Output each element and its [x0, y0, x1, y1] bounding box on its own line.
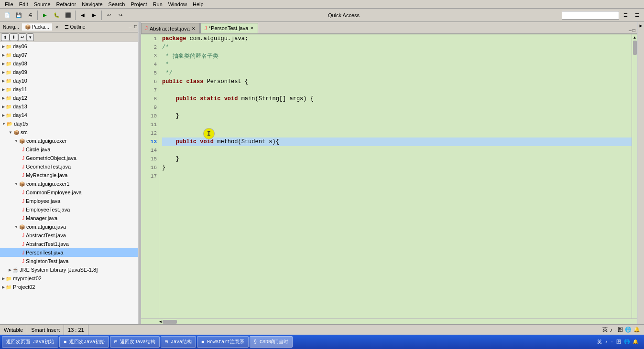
toolbar-back[interactable]: ◀: [77, 10, 88, 21]
scrollbar-up[interactable]: ▲: [633, 35, 636, 40]
toolbar-perspectives2[interactable]: ☰: [632, 10, 642, 21]
tree-item-persontest[interactable]: J PersonTest.java: [0, 248, 138, 257]
quick-access-input[interactable]: [562, 11, 619, 20]
toolbar-debug[interactable]: 🐛: [51, 10, 62, 21]
tree-item-day13[interactable]: ▶ 📁 day13: [0, 102, 138, 111]
toolbar-redo[interactable]: ↪: [115, 10, 126, 21]
tree-item-day06[interactable]: ▶ 📁 day06: [0, 42, 138, 51]
panel-tab-package[interactable]: 📦 Packa...: [22, 23, 52, 31]
scrollbar-thumb-v[interactable]: [633, 41, 637, 55]
tree-arrow-day13[interactable]: ▶: [2, 105, 5, 109]
tree-item-pkg-exer[interactable]: ▼ 📦 com.atguigu.exer: [0, 137, 138, 145]
tree-item-day15[interactable]: ▼ 📂 day15: [0, 119, 138, 128]
tree-arrow-pkg-exer1[interactable]: ▼: [14, 182, 18, 186]
tree-item-geomtest[interactable]: J GeometricTest.java: [0, 162, 138, 171]
tree-arrow-day10[interactable]: ▶: [2, 79, 5, 83]
tree-item-geomobj[interactable]: J GeometricObject.java: [0, 154, 138, 162]
tree-arrow-day15[interactable]: ▼: [2, 122, 6, 126]
tree-arrow-day08[interactable]: ▶: [2, 62, 5, 66]
toolbar-perspectives[interactable]: ☰: [620, 10, 631, 21]
menu-run[interactable]: Run: [150, 0, 165, 8]
tab-close-abstracttest[interactable]: ✕: [192, 26, 196, 31]
panel-tab-navigator[interactable]: Navig...: [0, 23, 22, 31]
tree-item-myrect[interactable]: J MyRectangle.java: [0, 171, 138, 180]
tree-arrow-day06[interactable]: ▶: [2, 44, 5, 49]
taskbar-btn-3[interactable]: ⊟ 返回次Java结构: [110, 336, 160, 348]
tree-item-day14[interactable]: ▶ 📁 day14: [0, 111, 138, 119]
taskbar-btn-5[interactable]: ■ HowStart注意系: [197, 336, 249, 348]
toolbar-stop[interactable]: ⬛: [63, 10, 73, 21]
taskbar-btn-4[interactable]: ⊞ Java结构: [161, 336, 196, 348]
tree-item-project02[interactable]: ▶ 📁 Project02: [0, 283, 138, 291]
tree-arrow-jre[interactable]: ▶: [9, 268, 11, 272]
menu-edit[interactable]: Edit: [16, 0, 31, 8]
taskbar-btn-1[interactable]: 返回次页面 Java初始: [2, 336, 58, 348]
panel-minimize[interactable]: —: [128, 24, 132, 30]
tree-arrow-project02[interactable]: ▶: [2, 285, 5, 289]
editor-tab-abstracttest[interactable]: J AbstractTest.java ✕: [141, 23, 200, 33]
tab-close-persontest[interactable]: ✕: [250, 26, 254, 31]
tree-link[interactable]: ↩: [18, 33, 27, 41]
menu-help[interactable]: Help: [190, 0, 207, 8]
tree-item-day07[interactable]: ▶ 📁 day07: [0, 51, 138, 59]
tree-item-day10[interactable]: ▶ 📁 day10: [0, 76, 138, 85]
tree-item-abstracttest1[interactable]: J AbstractTest1.java: [0, 240, 138, 248]
tree-item-day09[interactable]: ▶ 📁 day09: [0, 68, 138, 76]
editor-minimize[interactable]: —: [629, 28, 632, 33]
toolbar-fwd[interactable]: ▶: [89, 10, 99, 21]
tree-item-day12[interactable]: ▶ 📁 day12: [0, 94, 138, 102]
menu-search[interactable]: Search: [106, 0, 128, 8]
tree-arrow-day14[interactable]: ▶: [2, 113, 5, 117]
tree-item-employeetest[interactable]: J EmployeeTest.java: [0, 205, 138, 214]
tree-arrow-day11[interactable]: ▶: [2, 87, 5, 92]
tree-arrow-day07[interactable]: ▶: [2, 53, 5, 57]
menu-refactor[interactable]: Refactor: [54, 0, 79, 8]
tree-item-manager[interactable]: J Manager.java: [0, 214, 138, 222]
panel-tab-outline[interactable]: ☰ Outline: [62, 23, 88, 31]
toolbar-undo[interactable]: ↩: [104, 10, 114, 21]
vertical-scrollbar[interactable]: ▲: [632, 34, 637, 318]
tree-item-myproject02[interactable]: ▶ 📁 myproject02: [0, 274, 138, 283]
tree-expand-all[interactable]: ⬇: [10, 33, 18, 41]
tree-arrow-pkg-java[interactable]: ▼: [14, 225, 18, 229]
toolbar-save[interactable]: 💾: [13, 10, 24, 21]
taskbar-btn-2[interactable]: ■ 返回次Java初始: [59, 336, 109, 348]
tree-menu[interactable]: ▾: [27, 33, 34, 41]
code-area[interactable]: package com.atguigu.java; /* * 抽象类的匿名子类: [159, 34, 632, 318]
tree-item-singletontest[interactable]: J SingletonTest.java: [0, 257, 138, 265]
editor-content[interactable]: 1 2 3 4 5 6 7 8 9 10 11 12 13 14: [141, 34, 637, 318]
tree-item-jre[interactable]: ▶ ☕ JRE System Library [JavaSE-1.8]: [0, 265, 138, 274]
tree-item-day11[interactable]: ▶ 📁 day11: [0, 85, 138, 94]
panel-tab-close[interactable]: ✕: [52, 24, 62, 31]
tree-collapse-all[interactable]: ⬆: [1, 33, 10, 41]
menu-window[interactable]: Window: [165, 0, 190, 8]
tree-arrow-day12[interactable]: ▶: [2, 96, 5, 100]
tree-arrow-myproject02[interactable]: ▶: [2, 276, 5, 281]
taskbar-btn-6[interactable]: § CSDN@门当时: [250, 336, 293, 348]
tree-item-pkg-java[interactable]: ▼ 📦 com.atguigu.java: [0, 222, 138, 231]
tree-item-pkg-exer1[interactable]: ▼ 📦 com.atguigu.exer1: [0, 180, 138, 188]
menu-source[interactable]: Source: [31, 0, 54, 8]
panel-maximize[interactable]: □: [133, 24, 138, 30]
toolbar-run[interactable]: ▶: [40, 10, 50, 21]
menu-navigate[interactable]: Navigate: [79, 0, 105, 8]
scrollbar-left[interactable]: ◀: [159, 319, 162, 324]
tree-arrow-pkg-exer[interactable]: ▼: [14, 139, 18, 143]
tree-container[interactable]: ▶ 📁 day06 ▶ 📁 day07 ▶ 📁 day08 ▶ 📁: [0, 42, 138, 324]
tree-item-src[interactable]: ▼ 📦 src: [0, 128, 138, 137]
right-panel-icon1[interactable]: ▶: [638, 22, 644, 30]
tree-item-employee[interactable]: J Employee.java: [0, 197, 138, 205]
tree-item-abstracttest[interactable]: J AbstractTest.java: [0, 231, 138, 240]
tree-item-day08[interactable]: ▶ 📁 day08: [0, 59, 138, 68]
tree-arrow-day09[interactable]: ▶: [2, 70, 5, 74]
tree-item-circle[interactable]: J Circle.java: [0, 145, 138, 154]
code-editor[interactable]: 1 2 3 4 5 6 7 8 9 10 11 12 13 14: [141, 34, 637, 324]
tree-item-commonemployee[interactable]: J CommonEmployee.java: [0, 188, 138, 197]
menu-project[interactable]: Project: [128, 0, 150, 8]
editor-tab-persontest[interactable]: J *PersonTest.java ✕: [200, 23, 259, 33]
toolbar-new[interactable]: 📄: [2, 10, 12, 21]
scrollbar-thumb-h[interactable]: [163, 320, 177, 324]
tree-arrow-src[interactable]: ▼: [9, 130, 12, 135]
editor-maximize[interactable]: □: [633, 28, 635, 33]
menu-file[interactable]: File: [2, 0, 16, 8]
